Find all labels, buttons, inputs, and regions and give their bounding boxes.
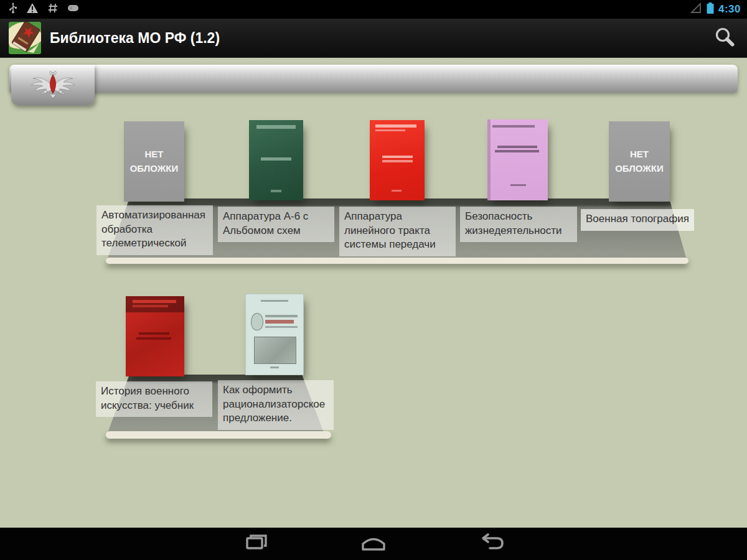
warning-icon bbox=[26, 2, 39, 17]
russian-mod-eagle-emblem-icon bbox=[27, 68, 79, 102]
no-cover-text: НЕТ ОБЛОЖКИ bbox=[615, 147, 664, 175]
cover-art bbox=[133, 305, 167, 307]
recents-icon bbox=[243, 533, 270, 555]
recents-button[interactable] bbox=[238, 531, 275, 556]
back-button[interactable] bbox=[473, 531, 510, 556]
cover-art bbox=[375, 129, 405, 131]
book-spine bbox=[487, 119, 491, 200]
cover-art bbox=[265, 315, 298, 317]
no-cover-text: НЕТ ОБЛОЖКИ bbox=[130, 147, 179, 175]
cover-art bbox=[265, 320, 294, 324]
app-title: Библиотека МО РФ (1.2) bbox=[50, 19, 220, 57]
book-cover-avtomatizirovannaya[interactable]: НЕТ ОБЛОЖКИ bbox=[124, 121, 184, 202]
home-button[interactable] bbox=[355, 531, 392, 556]
usb-icon bbox=[9, 2, 17, 17]
book-title-label[interactable]: Аппаратура А-6 с Альбомом схем bbox=[218, 207, 334, 242]
cover-art bbox=[126, 296, 184, 312]
book-title-label[interactable]: Аппаратура линейного тракта системы пере… bbox=[339, 207, 456, 256]
cover-art bbox=[392, 190, 402, 192]
cover-art bbox=[136, 337, 171, 340]
cover-art bbox=[133, 300, 176, 303]
book-cover-apparatura-a6[interactable] bbox=[249, 120, 303, 200]
app-screen: 4:30 Библиотека МО РФ (1.2) bbox=[0, 0, 747, 560]
book-cover-voennaya-topografia[interactable]: НЕТ ОБЛОЖКИ bbox=[609, 121, 670, 202]
cover-art bbox=[375, 124, 416, 128]
book-title-label[interactable]: Как оформить рационализаторское предложе… bbox=[218, 380, 334, 430]
book-cover-kak-oformit[interactable] bbox=[245, 294, 304, 375]
back-icon bbox=[477, 533, 506, 555]
action-bar: Библиотека МО РФ (1.2) bbox=[0, 19, 747, 58]
book-title-label[interactable]: История военного искусства: учебник bbox=[96, 381, 212, 417]
data-icon bbox=[67, 4, 80, 15]
shelf-edge bbox=[106, 431, 331, 439]
cover-art bbox=[265, 326, 298, 328]
book-title-label[interactable]: Автоматизированная обработка телеметриче… bbox=[96, 205, 213, 255]
cover-art bbox=[382, 156, 412, 158]
book-cover-bezopasnost[interactable] bbox=[487, 119, 548, 200]
search-button[interactable] bbox=[712, 26, 737, 51]
cover-art bbox=[495, 150, 540, 152]
cover-emblem bbox=[251, 313, 263, 330]
cover-art bbox=[261, 300, 288, 302]
home-icon bbox=[360, 533, 387, 555]
cover-illustration bbox=[254, 337, 296, 364]
tab-mod-emblem[interactable] bbox=[11, 65, 95, 105]
cover-art bbox=[139, 332, 169, 335]
book-cover-apparatura-lineynogo[interactable] bbox=[370, 120, 425, 200]
status-bar: 4:30 bbox=[0, 0, 747, 19]
cover-art bbox=[270, 366, 280, 368]
search-icon bbox=[713, 26, 736, 51]
cover-art bbox=[497, 146, 537, 148]
cover-art bbox=[256, 125, 296, 129]
signal-icon bbox=[690, 2, 702, 17]
status-time: 4:30 bbox=[718, 3, 741, 16]
battery-icon bbox=[706, 1, 715, 17]
book-title-label[interactable]: Военная топография bbox=[581, 209, 694, 231]
cover-art bbox=[261, 157, 291, 161]
book-title-label[interactable]: Безопасность жизнедеятельности bbox=[460, 207, 577, 242]
cover-art bbox=[271, 190, 281, 192]
cover-art bbox=[382, 160, 412, 162]
cover-art bbox=[510, 184, 526, 186]
tab-strip bbox=[9, 65, 738, 93]
grid-icon bbox=[47, 2, 59, 16]
cover-art bbox=[492, 125, 535, 128]
app-icon bbox=[9, 22, 41, 54]
shelf-edge bbox=[106, 258, 688, 264]
navigation-bar bbox=[0, 528, 747, 560]
book-cover-istoriya[interactable] bbox=[126, 296, 184, 376]
